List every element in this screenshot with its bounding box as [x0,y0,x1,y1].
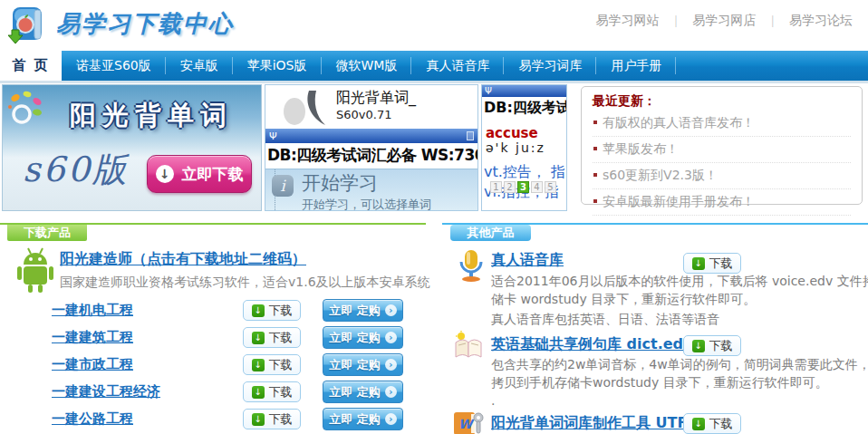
row-link-jingji[interactable]: 一建建设工程经济 [52,383,160,400]
download-button[interactable]: ↓ 下载 [243,300,301,321]
nav-item-wm[interactable]: 微软WM版 [322,51,412,81]
order-label: 立即 定购 [329,411,381,428]
download-label: 下载 [269,303,293,319]
chevron-right-icon: › [385,359,397,371]
order-label: 立即 定购 [329,384,381,400]
nav-item-nokia-s60[interactable]: 诺基亚S60版 [62,51,166,81]
update-item[interactable]: s60更新到V2.3版！ [593,163,851,189]
dict-tool-link[interactable]: 阳光背单词词库制作工具 UTF8 [491,414,698,433]
antenna-icon: Ψ [485,86,492,96]
chevron-right-icon: › [385,386,397,398]
download-label: 下载 [709,256,733,272]
order-button[interactable]: 立即 定购 › [323,381,403,403]
order-button[interactable]: 立即 定购 › [323,353,403,376]
backpack-download-icon [7,3,49,44]
word-meaning-vt: vt.控告， 指 [484,163,565,182]
order-label: 立即 定购 [329,357,381,373]
nav-item-voice-lib[interactable]: 真人语音库 [411,51,504,81]
voice-lib-desc-line: 真人语音库包括英语、日语、法语等语音 [491,312,719,328]
tab-download-products[interactable]: 下载产品 [7,225,87,241]
update-item-text: 有版权的真人语音库发布！ [603,115,755,130]
row-link-shizheng[interactable]: 一建市政工程 [52,356,133,373]
chevron-right-icon: › [385,332,397,343]
download-button[interactable]: ↓ 下载 [683,413,741,434]
pager-item-1[interactable]: 1 [490,181,502,193]
download-arrow-icon: ↓ [692,257,705,270]
bullet-icon [593,199,597,203]
row-link-gonglu[interactable]: 一建公路工程 [52,410,133,428]
download-arrow-icon: ↓ [252,332,265,344]
download-button[interactable]: ↓ 下载 [243,354,301,375]
link-store[interactable]: 易学习网店 [692,13,756,27]
voice-lib-link[interactable]: 真人语音库 [491,251,564,270]
menu-title: 开始学习 [302,170,378,196]
app-name: 阳光背单词_ [336,89,416,108]
banner-download-button[interactable]: ↓ 立即下载 [147,155,252,193]
nav-item-ios[interactable]: 苹果iOS版 [233,51,322,81]
voice-lib-desc-line: 储卡 wordstudy 目录下，重新运行软件即可。 [491,292,756,308]
recent-updates-list: 有版权的真人语音库发布！ 苹果版发布！ s60更新到V2.3版！ 安卓版最新使用… [593,111,851,216]
download-arrow-icon: ↓ [252,386,265,399]
download-button[interactable]: ↓ 下载 [243,409,301,429]
pager-item-3-active[interactable]: 3 [517,181,529,193]
update-item-text: s60更新到V2.3版！ [603,168,718,182]
bullet-icon [593,173,597,177]
download-button[interactable]: ↓ 下载 [243,327,301,348]
bullet-icon [593,147,597,150]
microphone-icon [457,248,486,283]
order-button[interactable]: 立即 定购 › [323,326,403,349]
download-arrow-icon: ↓ [156,165,174,183]
builder-product-desc: 国家建造师职业资格考试练习软件，适合v1.6及以上版本安卓系统 [60,275,430,291]
nav-item-home[interactable]: 首 页 [0,51,62,81]
row-link-jidian[interactable]: 一建机电工程 [52,302,133,319]
promo-banner: 阳光背单词 s60版 ↓ 立即下载 [2,84,262,211]
row-link-jianzhu[interactable]: 一建建筑工程 [52,329,133,346]
svg-text:W: W [458,417,475,431]
update-item[interactable]: 安卓版最新使用手册发布！ [593,189,851,216]
android-robot-icon [14,245,56,295]
link-forum[interactable]: 易学习论坛 [789,13,853,27]
download-arrow-icon: ↓ [252,413,265,426]
order-label: 立即 定购 [329,303,381,319]
download-arrow-icon: ↓ [692,418,705,430]
link-separator: ｜ [670,14,682,27]
sentence-lib-desc-line: 拷贝到手机存储卡wordstudy 目录下，重新运行软件即可。 [491,375,828,391]
word-phonetic: ə'k ju:z [486,140,545,155]
link-website[interactable]: 易学习网站 [596,13,660,27]
download-arrow-icon: ↓ [252,304,265,317]
download-label: 下载 [269,330,293,346]
main-nav: 首 页 诺基亚S60版 安卓版 苹果iOS版 微软WM版 真人语音库 易学习词库… [0,51,868,81]
pager-item-4[interactable]: 4 [531,181,543,193]
nav-item-manual[interactable]: 用户手册 [596,51,676,81]
download-label: 下载 [269,384,293,400]
header-links: 易学习网站｜易学习网店｜易学习论坛 [596,13,853,29]
pager-item-5[interactable]: 5 [545,181,556,193]
update-item[interactable]: 苹果版发布！ [593,137,851,163]
download-button[interactable]: ↓ 下载 [683,253,741,274]
download-button[interactable]: ↓ 下载 [683,335,741,356]
order-button[interactable]: 立即 定购 › [323,299,403,322]
pager-item-2[interactable]: 2 [504,181,516,193]
update-item-text: 苹果版发布！ [603,141,679,156]
download-label: 下载 [709,338,733,354]
order-label: 立即 定购 [329,330,381,346]
header: 易学习下载中心 易学习网站｜易学习网店｜易学习论坛 [0,0,868,51]
nav-item-android[interactable]: 安卓版 [166,51,233,81]
carousel-pager: 1 2 3 4 5 [490,181,556,193]
app-screenshot-main: 阳光背单词_ S60v0.71 Ψ DB:四级考试词汇必备 WS:7307 i … [265,84,478,211]
sentence-lib-desc-line: 包含共享的约2w单词音标，4w单词的例句，简明词典需要此文件，下 [491,357,868,373]
nav-item-dict-lib[interactable]: 易学习词库 [504,51,596,81]
builder-product-link[interactable]: 阳光建造师（点击有下载地址二维码） [60,250,306,269]
order-button[interactable]: 立即 定购 › [323,408,403,430]
bullet-icon [593,121,597,124]
banner-title: 阳光背单词 [46,98,256,134]
download-label: 下载 [709,416,733,432]
sentence-lib-link[interactable]: 英语基础共享例句库 dict.edb [491,335,693,354]
download-button[interactable]: ↓ 下载 [243,381,301,402]
update-item[interactable]: 有版权的真人语音库发布！ [593,111,851,137]
banner-edition: s60版 [23,147,130,193]
logo[interactable]: 易学习下载中心 [7,3,234,44]
tab-other-products[interactable]: 其他产品 [450,225,531,241]
voice-lib-desc-line: 适合2011年06月以后版本的软件使用，下载后将 voice.edv 文件拷 [491,274,868,290]
logo-text: 易学习下载中心 [56,8,234,40]
